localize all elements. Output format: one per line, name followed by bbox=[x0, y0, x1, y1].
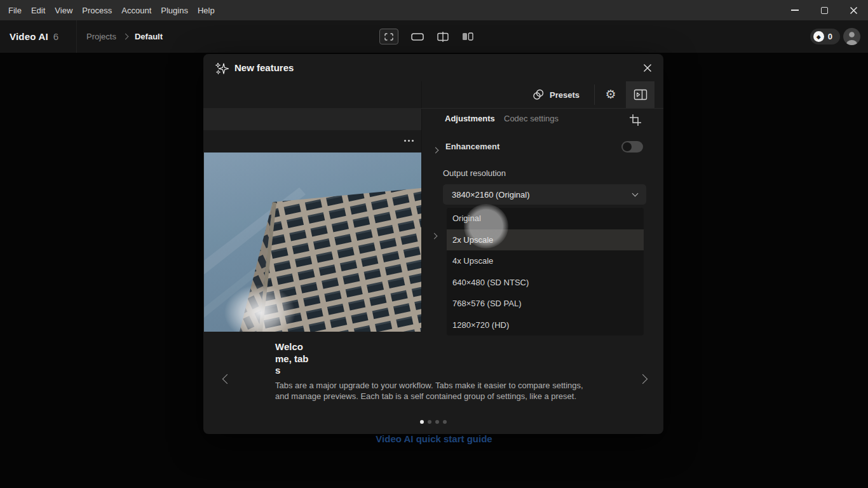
single-frame-icon bbox=[411, 33, 424, 41]
app-toolbar: Video AI 6 Projects Default bbox=[0, 20, 868, 53]
carousel-previous-button[interactable] bbox=[219, 370, 235, 387]
chevron-down-icon bbox=[632, 191, 639, 197]
carousel-dot-2[interactable] bbox=[428, 420, 431, 424]
enhancement-label[interactable]: Enhancement bbox=[445, 142, 499, 151]
app-brand: Video AI 6 bbox=[10, 20, 58, 53]
output-resolution-select[interactable]: 3840×2160 (Original) bbox=[443, 184, 646, 205]
view-mode-switcher bbox=[379, 20, 473, 53]
toolbar-divider bbox=[76, 20, 77, 53]
tab-codec-settings[interactable]: Codec settings bbox=[504, 114, 559, 123]
video-preview-frame bbox=[204, 152, 421, 332]
app-version: 6 bbox=[53, 31, 58, 42]
option-4x-upscale[interactable]: 4x Upscale bbox=[447, 250, 644, 272]
credits-pill[interactable]: ◆ 0 bbox=[810, 29, 840, 44]
presets-label: Presets bbox=[550, 90, 580, 100]
minimize-icon bbox=[791, 10, 799, 11]
menu-process[interactable]: Process bbox=[82, 6, 112, 15]
enhancement-expand-chevron[interactable] bbox=[433, 144, 438, 155]
view-mode-single-button[interactable] bbox=[379, 29, 398, 44]
toggle-knob bbox=[623, 142, 632, 151]
breadcrumb: Projects Default bbox=[86, 20, 163, 53]
menu-file[interactable]: File bbox=[8, 6, 22, 15]
preview-tab-strip[interactable] bbox=[203, 108, 421, 130]
carousel-dots bbox=[420, 420, 447, 424]
crop-button[interactable] bbox=[629, 112, 644, 128]
chevron-left-icon bbox=[222, 374, 232, 384]
menu-edit[interactable]: Edit bbox=[31, 6, 45, 15]
view-mode-side-by-side-button[interactable] bbox=[462, 32, 473, 41]
menu-account[interactable]: Account bbox=[121, 6, 151, 15]
output-resolution-label: Output resolution bbox=[443, 168, 506, 178]
presets-circles-icon bbox=[532, 89, 544, 100]
panel-toggle-button[interactable] bbox=[626, 81, 654, 108]
breadcrumb-projects[interactable]: Projects bbox=[86, 32, 116, 41]
slide-description: Tabs are a major upgrade to your workflo… bbox=[275, 381, 588, 402]
slide-heading: Welcome, tabs bbox=[275, 341, 309, 377]
maximize-button[interactable] bbox=[810, 0, 839, 20]
credits-count: 0 bbox=[828, 32, 832, 41]
dialog-title: New features bbox=[234, 62, 294, 73]
enhancement-toggle[interactable] bbox=[621, 141, 643, 152]
dialog-close-button[interactable] bbox=[641, 61, 654, 75]
chevron-right-icon bbox=[433, 147, 439, 154]
view-mode-original-button[interactable] bbox=[411, 33, 424, 41]
presets-button[interactable]: Presets bbox=[532, 86, 580, 104]
toolbar-right: ◆ 0 bbox=[810, 20, 860, 53]
fit-view-icon bbox=[384, 32, 394, 41]
chevron-right-icon bbox=[431, 233, 438, 240]
close-icon bbox=[850, 6, 858, 15]
carousel-next-button[interactable] bbox=[634, 370, 651, 387]
sparkles-icon bbox=[215, 62, 229, 76]
menu-help[interactable]: Help bbox=[198, 6, 215, 15]
skyscraper-preview-image bbox=[204, 152, 421, 332]
menu-bar: File Edit View Process Account Plugins H… bbox=[0, 6, 215, 15]
account-avatar[interactable] bbox=[843, 28, 860, 45]
window-controls bbox=[780, 0, 868, 20]
gear-icon: ⚙ bbox=[605, 88, 616, 101]
close-icon bbox=[643, 64, 652, 72]
option-768x576[interactable]: 768×576 (SD PAL) bbox=[447, 293, 644, 315]
crop-icon bbox=[629, 114, 642, 126]
titlebar: File Edit View Process Account Plugins H… bbox=[0, 0, 868, 20]
carousel-dot-3[interactable] bbox=[435, 420, 439, 424]
option-2x-upscale[interactable]: 2x Upscale bbox=[447, 229, 644, 251]
menu-view[interactable]: View bbox=[55, 6, 72, 15]
side-by-side-icon bbox=[462, 32, 473, 41]
panel-divider bbox=[421, 81, 422, 332]
settings-gear-button[interactable]: ⚙ bbox=[602, 86, 620, 104]
preview-panel-icon bbox=[634, 89, 648, 100]
credits-icon: ◆ bbox=[813, 31, 824, 42]
breadcrumb-current-project[interactable]: Default bbox=[135, 32, 163, 41]
option-original[interactable]: Original bbox=[447, 208, 644, 229]
person-icon bbox=[843, 28, 860, 45]
dialog-header: New features bbox=[203, 54, 663, 81]
panel-divider bbox=[594, 85, 595, 105]
close-window-button[interactable] bbox=[839, 0, 868, 20]
option-1280x720[interactable]: 1280×720 (HD) bbox=[447, 315, 644, 336]
maximize-icon bbox=[821, 7, 828, 14]
new-features-dialog: New features bbox=[203, 54, 663, 434]
app-window: File Edit View Process Account Plugins H… bbox=[0, 0, 868, 488]
panel-divider bbox=[421, 108, 663, 109]
quick-start-guide-link[interactable]: Video AI quick start guide bbox=[376, 433, 492, 444]
view-mode-split-button[interactable] bbox=[437, 32, 449, 42]
option-640x480[interactable]: 640×480 (SD NTSC) bbox=[447, 272, 644, 294]
more-options-icon[interactable] bbox=[404, 140, 414, 142]
chevron-right-icon bbox=[637, 374, 648, 384]
minimize-button[interactable] bbox=[780, 0, 810, 20]
tab-adjustments[interactable]: Adjustments bbox=[445, 114, 495, 123]
resolution-dropdown-menu: Original 2x Upscale 4x Upscale 640×480 (… bbox=[447, 208, 644, 336]
preview-toolbar bbox=[203, 130, 421, 152]
menu-plugins[interactable]: Plugins bbox=[161, 6, 188, 15]
breadcrumb-chevron-icon bbox=[123, 34, 129, 40]
app-name: Video AI bbox=[10, 31, 48, 42]
output-resolution-value: 3840×2160 (Original) bbox=[452, 190, 530, 200]
panel-collapse-chevron[interactable] bbox=[432, 229, 437, 241]
carousel-dot-4[interactable] bbox=[443, 420, 447, 424]
carousel-dot-1[interactable] bbox=[420, 420, 424, 424]
split-view-icon bbox=[437, 32, 449, 42]
